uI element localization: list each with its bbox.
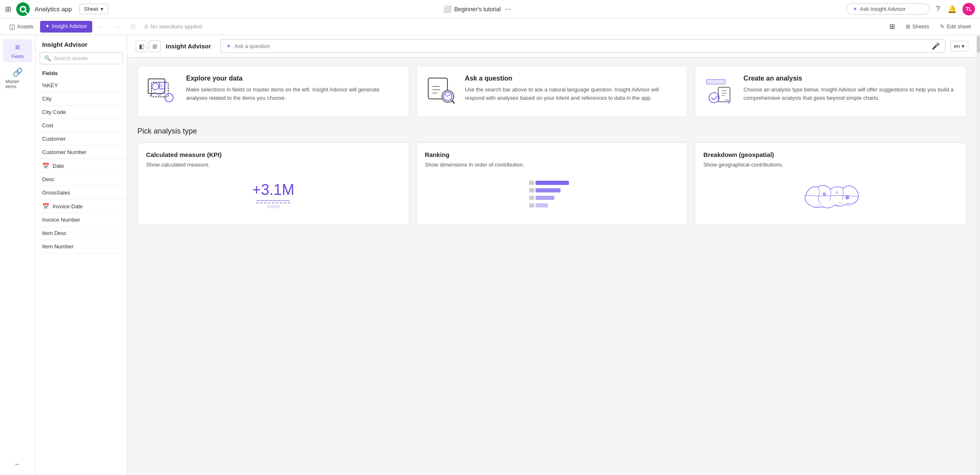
- tutorial-label: Beginner's tutorial: [454, 6, 501, 13]
- kpi-dotted-line: [256, 202, 290, 203]
- geo-card-title: Breakdown (geospatial): [703, 151, 958, 158]
- svg-point-40: [845, 195, 849, 200]
- svg-rect-25: [718, 87, 730, 102]
- field-item-invoice-date[interactable]: 📅Invoice Date: [35, 200, 127, 213]
- field-item-desc[interactable]: Desc: [35, 173, 127, 186]
- geo-analysis-card[interactable]: Breakdown (geospatial) Show geographical…: [695, 142, 967, 225]
- toggle-panel-right-button[interactable]: ⊞: [149, 40, 161, 52]
- avatar[interactable]: TL: [962, 3, 975, 15]
- geo-visual: [703, 174, 958, 216]
- grid-menu-icon[interactable]: ⊞: [5, 5, 11, 14]
- qlik-logo[interactable]: [15, 2, 30, 17]
- collapse-panel-button[interactable]: ←: [11, 457, 24, 471]
- more-options-icon[interactable]: ···: [505, 5, 511, 13]
- fields-panel-label: Fields: [11, 54, 23, 59]
- toggle-panel-left-button[interactable]: ◧: [136, 40, 147, 52]
- ask-question-bar[interactable]: ✦ 🎤: [220, 39, 945, 53]
- svg-rect-37: [529, 203, 534, 207]
- field-item-city-code[interactable]: City Code: [35, 106, 127, 119]
- field-name: Date: [53, 163, 64, 169]
- ask-advisor-label: Ask Insight Advisor: [860, 6, 906, 12]
- create-card-desc: Choose an analysis type below. Insight A…: [743, 86, 958, 102]
- field-name: Item Number: [42, 243, 73, 250]
- ranking-card-title: Ranking: [425, 151, 679, 158]
- ask-card-desc: Use the search bar above to ask a natura…: [465, 86, 679, 102]
- field-item-city[interactable]: City: [35, 92, 127, 106]
- assets-icon: ◫: [9, 23, 15, 30]
- svg-rect-33: [529, 188, 534, 192]
- tutorial-icon: ⬜: [443, 5, 452, 13]
- field-item-date[interactable]: 📅Date: [35, 159, 127, 173]
- no-selections-icon: ⊙: [144, 23, 149, 30]
- ask-question-input[interactable]: [235, 43, 928, 49]
- insight-advisor-icon: ✦: [45, 23, 50, 29]
- geo-card-desc: Show geographical contributions.: [703, 162, 958, 168]
- calendar-icon: 📅: [42, 162, 49, 169]
- info-cards-row: Explore your data Make selections in fie…: [137, 66, 967, 117]
- sidebar: Insight Advisor 🔍 Search assets Fields %…: [35, 35, 127, 475]
- field-item-item-number[interactable]: Item Number: [35, 240, 127, 253]
- kpi-bar: [267, 205, 280, 208]
- assets-label: Assets: [17, 23, 33, 30]
- kpi-number: +3.1M: [252, 181, 294, 199]
- calendar-icon: 📅: [42, 203, 49, 210]
- edit-icon: ✎: [940, 23, 945, 30]
- sheets-button[interactable]: ⊞ Sheets: [902, 21, 933, 32]
- scroll-thumb[interactable]: [977, 36, 980, 53]
- left-panel-fields[interactable]: ≡ Fields: [3, 39, 32, 62]
- selection-forward-icon[interactable]: →: [111, 20, 124, 33]
- edit-sheet-button[interactable]: ✎ Edit sheet: [936, 21, 975, 32]
- pick-analysis-section: Pick analysis type Calculated measure (K…: [137, 127, 967, 225]
- master-items-panel-label: Master items: [5, 79, 30, 89]
- ask-insight-advisor-button[interactable]: ✦ Ask Insight Advisor: [846, 3, 930, 15]
- insight-advisor-tab-button[interactable]: ✦ Insight Advisor: [40, 21, 92, 33]
- kpi-card-title: Calculated measure (KPI): [146, 151, 401, 158]
- field-item-grosssales[interactable]: GrossSales: [35, 186, 127, 200]
- svg-line-19: [452, 101, 454, 103]
- field-name: Item Desc: [42, 230, 67, 236]
- field-name: Customer: [42, 136, 66, 142]
- grid-view-icon[interactable]: ⊞: [886, 20, 899, 33]
- no-selections-label: ⊙ No selections applied: [144, 23, 202, 30]
- search-placeholder: Search assets: [53, 55, 88, 61]
- search-icon: 🔍: [44, 55, 51, 61]
- tutorial-section: ⬜ Beginner's tutorial: [443, 5, 501, 13]
- microphone-icon[interactable]: 🎤: [932, 42, 940, 50]
- ranking-card-desc: Show dimensions in order of contribution…: [425, 162, 679, 168]
- field-item-customer[interactable]: Customer: [35, 132, 127, 146]
- field-item-invoice-number[interactable]: Invoice Number: [35, 213, 127, 227]
- lang-label: en: [954, 43, 960, 49]
- help-icon[interactable]: ?: [934, 3, 942, 15]
- assets-button[interactable]: ◫ Assets: [5, 21, 38, 33]
- kpi-card-desc: Show calculated measure.: [146, 162, 401, 168]
- toolbar: ◫ Assets ✦ Insight Advisor ← → ⊙ ⊙ No se…: [0, 18, 980, 35]
- left-panel-master-items[interactable]: 🔗 Master items: [3, 64, 32, 92]
- field-item-cost[interactable]: Cost: [35, 119, 127, 132]
- svg-rect-35: [529, 196, 534, 200]
- clear-selection-icon[interactable]: ⊙: [126, 20, 140, 33]
- field-name: Customer Number: [42, 149, 86, 155]
- field-item--key[interactable]: %KEY: [35, 79, 127, 92]
- field-item-item-desc[interactable]: Item Desc: [35, 227, 127, 240]
- selection-back-icon[interactable]: ←: [95, 20, 108, 33]
- kpi-analysis-card[interactable]: Calculated measure (KPI) Show calculated…: [137, 142, 409, 225]
- kpi-line: [256, 200, 290, 201]
- kpi-visual: +3.1M: [146, 174, 401, 216]
- ask-card-title: Ask a question: [465, 75, 679, 82]
- ask-bar-spark-icon: ✦: [226, 42, 231, 50]
- field-item-customer-number[interactable]: Customer Number: [35, 146, 127, 159]
- svg-point-2: [21, 7, 25, 11]
- sheet-dropdown[interactable]: Sheet ▾: [79, 4, 108, 14]
- top-navigation: ⊞ Analytics app Sheet ▾ ⬜ Beginner's tut…: [0, 0, 980, 18]
- insight-advisor-tab-label: Insight Advisor: [52, 23, 87, 29]
- search-assets-input[interactable]: 🔍 Search assets: [40, 52, 123, 64]
- ranking-analysis-card[interactable]: Ranking Show dimensions in order of cont…: [416, 142, 688, 225]
- right-scrollbar[interactable]: [977, 35, 980, 475]
- field-name: City Code: [42, 109, 66, 115]
- field-name: Invoice Date: [53, 203, 83, 210]
- notifications-icon[interactable]: 🔔: [946, 3, 958, 15]
- svg-rect-31: [529, 181, 534, 185]
- svg-rect-32: [535, 188, 561, 192]
- analysis-cards-row: Calculated measure (KPI) Show calculated…: [137, 142, 967, 225]
- language-selector[interactable]: en ▾: [950, 41, 968, 51]
